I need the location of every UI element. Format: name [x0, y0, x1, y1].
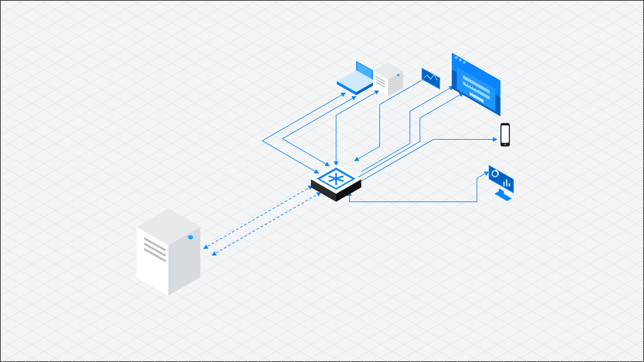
svg-line-167 [204, 186, 313, 249]
svg-line-158 [1, 246, 644, 362]
svg-line-118 [1, 1, 644, 81]
svg-line-34 [1, 1, 644, 68]
svg-line-121 [1, 1, 644, 121]
svg-line-79 [1, 299, 644, 362]
svg-rect-218 [506, 179, 507, 186]
svg-line-126 [1, 1, 644, 188]
svg-line-130 [1, 1, 644, 242]
svg-line-71 [1, 192, 644, 362]
svg-line-81 [1, 326, 644, 362]
edge-server-hub [204, 186, 321, 255]
svg-line-41 [1, 1, 644, 162]
svg-point-208 [474, 87, 475, 88]
svg-point-191 [397, 74, 399, 76]
svg-line-114 [1, 1, 644, 27]
svg-line-123 [1, 1, 644, 148]
svg-line-40 [1, 1, 644, 148]
svg-line-49 [1, 1, 644, 269]
svg-line-162 [1, 299, 644, 362]
svg-line-69 [1, 165, 644, 362]
svg-line-124 [1, 1, 644, 162]
svg-line-36 [1, 1, 644, 95]
svg-line-61 [1, 58, 644, 362]
svg-line-119 [1, 1, 644, 95]
diagram-svg [1, 1, 644, 362]
svg-line-168 [212, 192, 321, 255]
svg-line-37 [1, 1, 644, 108]
power-led-icon [188, 235, 193, 239]
svg-point-207 [471, 86, 472, 87]
svg-line-156 [1, 219, 644, 362]
svg-line-144 [1, 58, 644, 362]
svg-line-127 [1, 1, 644, 202]
svg-point-205 [466, 83, 467, 84]
svg-line-47 [1, 1, 644, 242]
svg-line-75 [1, 246, 644, 362]
svg-line-73 [1, 219, 644, 362]
svg-marker-215 [490, 166, 513, 192]
svg-point-209 [476, 88, 478, 90]
edge-hub-browser [356, 86, 464, 178]
svg-rect-219 [508, 183, 510, 186]
metrics-card-icon [422, 68, 440, 89]
svg-point-199 [455, 56, 458, 59]
svg-line-125 [1, 1, 644, 175]
dashboard-monitor-icon [489, 165, 514, 201]
svg-line-152 [1, 165, 644, 362]
laptop-icon [337, 61, 376, 95]
svg-line-122 [1, 1, 644, 135]
svg-line-142 [1, 31, 644, 362]
svg-line-44 [1, 1, 644, 202]
svg-line-132 [1, 1, 644, 269]
server-tower [137, 208, 200, 296]
svg-line-160 [1, 273, 644, 362]
svg-line-154 [1, 192, 644, 362]
svg-line-35 [1, 1, 644, 81]
svg-line-42 [1, 1, 644, 175]
svg-line-31 [1, 1, 644, 27]
browser-login-icon [452, 53, 500, 116]
svg-line-77 [1, 273, 644, 362]
svg-rect-217 [503, 182, 505, 186]
svg-line-164 [1, 326, 644, 362]
svg-line-39 [1, 1, 644, 135]
svg-line-43 [1, 1, 644, 188]
svg-line-116 [1, 1, 644, 54]
integration-hub [311, 165, 361, 202]
edge-smallserver-hub [336, 90, 379, 166]
svg-line-117 [1, 1, 644, 68]
svg-line-59 [1, 31, 644, 362]
svg-line-51 [1, 1, 644, 296]
svg-point-206 [468, 84, 470, 86]
svg-point-201 [463, 61, 466, 64]
svg-rect-212 [501, 125, 509, 143]
diagram-canvas [0, 0, 644, 362]
mobile-phone-icon [500, 123, 510, 146]
svg-line-134 [1, 1, 644, 296]
svg-line-120 [1, 1, 644, 108]
svg-line-38 [1, 1, 644, 121]
svg-point-200 [459, 59, 462, 61]
svg-line-33 [1, 1, 644, 54]
svg-line-137 [1, 1, 644, 336]
svg-point-213 [504, 143, 506, 145]
svg-line-54 [1, 1, 644, 336]
